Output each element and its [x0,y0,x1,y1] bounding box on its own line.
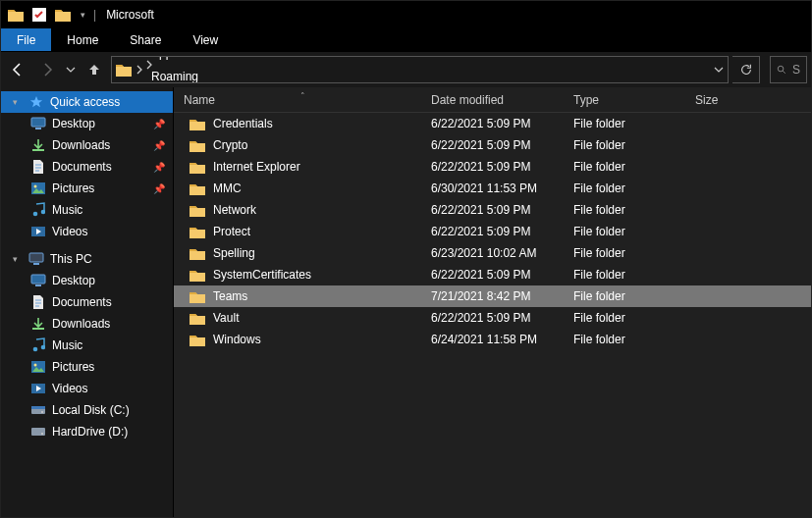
file-type: File folder [573,246,695,260]
music-icon [30,337,46,353]
quick-access[interactable]: ▾ Quick access [1,91,173,113]
sidebar-item-label: Videos [52,225,87,238]
sidebar-item[interactable]: Desktop📌 [1,113,173,134]
svg-rect-4 [32,149,44,151]
dropdown-icon[interactable]: ▾ [78,6,87,24]
file-row[interactable]: Spelling6/23/2021 10:02 AMFile folder [174,242,811,264]
chevron-down-icon[interactable]: ▾ [13,97,23,107]
navigation-pane: ▾ Quick access Desktop📌Downloads📌Documen… [1,87,174,518]
sidebar-item[interactable]: Pictures📌 [1,178,173,199]
svg-point-8 [41,210,45,215]
pictures-icon [30,359,46,375]
sidebar-item[interactable]: Downloads📌 [1,134,173,156]
file-name: SystemCertificates [213,268,311,282]
pin-icon: 📌 [153,162,165,173]
file-list: ˄ Name Date modified Type Size Credentia… [174,87,811,518]
sidebar-item[interactable]: Videos [1,221,173,242]
svg-rect-14 [32,328,44,330]
column-size[interactable]: Size [695,93,811,107]
file-type: File folder [573,138,695,152]
sidebar-item[interactable]: Downloads [1,313,173,335]
svg-point-16 [41,345,45,350]
sidebar-item[interactable]: Local Disk (C:) [1,399,173,421]
folder-icon [189,289,205,303]
svg-point-15 [33,347,38,352]
file-row[interactable]: Network6/22/2021 5:09 PMFile folder [174,199,811,221]
svg-rect-2 [31,118,45,127]
this-pc[interactable]: ▾ This PC [1,248,173,270]
sidebar-item-label: Music [52,338,82,352]
file-row[interactable]: Teams7/21/2021 8:42 PMFile folder [174,285,811,307]
file-row[interactable]: Crypto6/22/2021 5:09 PMFile folder [174,134,811,156]
sidebar-item[interactable]: Music [1,335,173,356]
folder-icon [189,181,205,195]
explorer-body: ▾ Quick access Desktop📌Downloads📌Documen… [1,87,811,518]
forward-button[interactable] [34,57,60,82]
svg-point-7 [33,212,38,217]
file-name: Internet Explorer [213,160,300,174]
sidebar-item-label: Pictures [52,360,94,374]
hdd-icon [30,424,46,440]
file-type: File folder [573,311,695,325]
file-row[interactable]: MMC6/30/2021 11:53 PMFile folder [174,178,811,199]
file-row[interactable]: SystemCertificates6/22/2021 5:09 PMFile … [174,264,811,285]
file-type: File folder [573,333,695,346]
sidebar-item[interactable]: Documents [1,291,173,313]
back-button[interactable] [5,57,30,82]
folder-icon [189,311,205,325]
pin-icon: 📌 [153,119,165,130]
sidebar-item[interactable]: Music [1,199,173,221]
column-name[interactable]: ˄ Name [174,93,431,107]
column-modified[interactable]: Date modified [431,93,573,107]
pc-icon [28,251,44,267]
recent-dropdown[interactable] [64,57,78,82]
star-icon [28,94,44,110]
file-modified: 6/22/2021 5:09 PM [431,268,573,282]
address-history-dropdown[interactable] [714,65,724,75]
svg-point-6 [34,185,37,188]
quick-access-label: Quick access [50,95,120,109]
file-row[interactable]: Internet Explorer6/22/2021 5:09 PMFile f… [174,156,811,178]
sidebar-item-label: Documents [52,295,112,309]
folder-icon [189,333,205,346]
sidebar-item-label: Local Disk (C:) [52,403,130,417]
sidebar-item[interactable]: Documents📌 [1,156,173,178]
svg-rect-11 [33,263,39,265]
column-type[interactable]: Type [573,93,695,107]
address-row: PierreAppDataRoamingMicrosoft S [1,52,811,87]
column-headers: ˄ Name Date modified Type Size [174,87,811,113]
refresh-button[interactable] [732,56,760,83]
sidebar-item[interactable]: HardDrive (D:) [1,421,173,442]
tab-view[interactable]: View [177,28,234,51]
tab-file[interactable]: File [1,28,51,51]
chevron-right-icon[interactable] [135,65,143,75]
address-bar[interactable]: PierreAppDataRoamingMicrosoft [111,56,729,83]
tab-home[interactable]: Home [51,28,114,51]
svg-point-24 [41,433,43,435]
file-name: Crypto [213,138,247,152]
file-row[interactable]: Credentials6/22/2021 5:09 PMFile folder [174,113,811,134]
file-modified: 6/30/2021 11:53 PM [431,181,573,195]
search-box[interactable]: S [770,56,807,83]
tab-share[interactable]: Share [114,28,177,51]
sidebar-item[interactable]: Videos [1,378,173,399]
breadcrumb-segment[interactable]: AppData [145,56,203,62]
file-row[interactable]: Protect6/22/2021 5:09 PMFile folder [174,221,811,242]
file-row[interactable]: Windows6/24/2021 11:58 PMFile folder [174,329,811,350]
chevron-down-icon[interactable]: ▾ [13,254,23,264]
file-row[interactable]: Vault6/22/2021 5:09 PMFile folder [174,307,811,329]
breadcrumb-segment[interactable]: Roaming [145,68,204,83]
file-type: File folder [573,117,695,130]
music-icon [30,202,46,218]
pictures-icon [30,181,46,196]
sidebar-item[interactable]: Pictures [1,356,173,378]
svg-rect-10 [29,253,43,262]
sidebar-item-label: Music [52,203,82,217]
sidebar-item[interactable]: Desktop [1,270,173,291]
sidebar-item-label: Downloads [52,317,110,331]
videos-icon [30,224,46,239]
up-button[interactable] [81,57,107,82]
folder-icon [189,160,205,174]
folder-icon [189,138,205,152]
file-name: Vault [213,311,239,325]
